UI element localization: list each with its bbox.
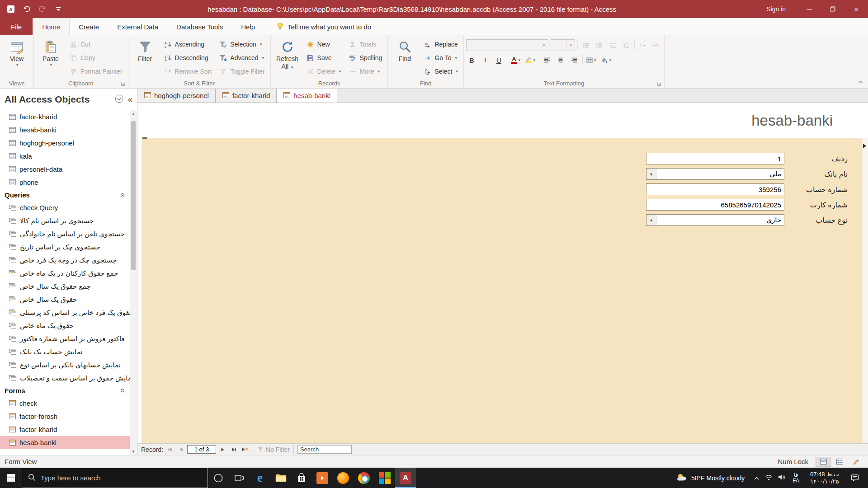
nav-table-item[interactable]: hesab-banki: [0, 123, 130, 136]
refresh-all-button[interactable]: Refresh All ▾: [273, 37, 302, 78]
nav-table-item[interactable]: personeli-data: [0, 163, 130, 176]
text-formatting-dialog-launcher-icon[interactable]: [656, 81, 662, 86]
collapse-ribbon-icon[interactable]: [858, 78, 863, 85]
tab-database-tools[interactable]: Database Tools: [167, 18, 232, 35]
tab-help[interactable]: Help: [232, 18, 264, 35]
combo-dropdown-icon[interactable]: ▾: [646, 215, 656, 225]
align-left-button[interactable]: [542, 54, 553, 66]
record-position-box[interactable]: [187, 445, 216, 454]
nav-query-item[interactable]: جستجوی بر اساس نام کالا: [0, 214, 130, 227]
weather-widget[interactable]: 50°F Mostly cloudy: [671, 473, 750, 483]
field-input[interactable]: ▾ ملی: [646, 168, 784, 180]
nav-query-item[interactable]: جمع حقوق کارکنان در یک ماه خاص: [0, 267, 130, 280]
font-name-combo[interactable]: ▾: [466, 39, 548, 51]
replace-button[interactable]: ab Replace: [420, 38, 461, 51]
nav-table-item[interactable]: kala: [0, 150, 130, 163]
selection-button[interactable]: Selection ▾: [216, 38, 268, 51]
remove-sort-button[interactable]: AZ Remove Sort: [160, 65, 215, 78]
advanced-button[interactable]: Advanced ▾: [216, 51, 268, 65]
volume-icon[interactable]: [778, 474, 785, 482]
next-record-button[interactable]: [217, 445, 227, 454]
hidden-icons-chevron-icon[interactable]: [754, 474, 760, 482]
shutter-bar-close-icon[interactable]: «: [128, 95, 132, 104]
field-input[interactable]: ▾ 6585265970142025: [646, 199, 784, 211]
nav-section-queries[interactable]: Queries: [0, 189, 130, 201]
ascending-button[interactable]: AZ Ascending: [160, 38, 215, 51]
chrome-icon[interactable]: [354, 468, 374, 488]
nav-query-item[interactable]: نمایش حقوق بر اساس سمت و تحصیلات: [0, 371, 130, 385]
nav-query-item[interactable]: check Query: [0, 201, 130, 214]
increase-indent-button[interactable]: [621, 39, 632, 51]
restore-button[interactable]: [821, 0, 844, 18]
alternate-row-color-button[interactable]: ▾: [599, 54, 613, 66]
close-button[interactable]: ×: [844, 0, 868, 18]
clock[interactable]: 07:48 ب.ظ ۱۴۰۰/۱۰/۲۵: [807, 471, 843, 485]
collapse-section-icon[interactable]: [120, 387, 125, 394]
language-indicator[interactable]: فا FA: [791, 472, 801, 484]
nav-form-item[interactable]: hesab-banki: [0, 436, 130, 449]
file-explorer-icon[interactable]: [270, 468, 291, 488]
last-record-button[interactable]: [229, 445, 239, 454]
tab-file[interactable]: File: [0, 18, 33, 35]
tab-home[interactable]: Home: [33, 18, 70, 35]
bold-button[interactable]: B: [466, 54, 477, 66]
underline-button[interactable]: U: [493, 54, 505, 66]
taskbar-search-box[interactable]: Type here to search: [22, 468, 208, 488]
nav-form-item[interactable]: factor-kharid: [0, 423, 130, 436]
nav-query-item[interactable]: حقوق یک ماه خاص: [0, 319, 130, 332]
nav-form-item[interactable]: check: [0, 397, 130, 410]
left-to-right-button[interactable]: ¶: [637, 39, 648, 51]
document-tab[interactable]: factor-kharid: [216, 89, 277, 103]
document-tab[interactable]: hesab-banki: [277, 89, 337, 103]
nav-query-item[interactable]: جستجوی تلفن بر اساس نام خانوادگی: [0, 227, 130, 240]
copy-button[interactable]: Copy: [66, 51, 126, 65]
media-player-icon[interactable]: [312, 468, 333, 488]
nav-query-item[interactable]: جمع حقوق یک سال خاص: [0, 280, 130, 293]
tab-create[interactable]: Create: [70, 18, 108, 35]
scrollbar-thumb[interactable]: [131, 121, 136, 270]
new-blank-record-button[interactable]: [240, 445, 250, 454]
paste-button[interactable]: Paste ▾: [36, 37, 65, 78]
delete-record-button[interactable]: Delete ▾: [303, 65, 344, 78]
undo-icon[interactable]: [22, 5, 31, 14]
right-to-left-button[interactable]: ¶: [651, 39, 662, 51]
record-search-input[interactable]: [297, 445, 352, 454]
descending-button[interactable]: ZA Descending: [160, 51, 215, 65]
nav-query-item[interactable]: نمایش حساب یک بانک: [0, 345, 130, 358]
form-view-button[interactable]: [816, 457, 831, 467]
task-view-button[interactable]: [229, 468, 250, 488]
view-button[interactable]: View ▾: [2, 37, 31, 78]
minimize-button[interactable]: ─: [797, 0, 821, 18]
edge-icon[interactable]: e: [250, 468, 270, 488]
totals-button[interactable]: Σ Totals: [345, 38, 386, 51]
nav-query-item[interactable]: حقوق یک سال خاص: [0, 293, 130, 306]
network-icon[interactable]: [765, 474, 773, 482]
nav-pane-scrollbar[interactable]: ▲ ▼: [130, 110, 137, 455]
document-tab[interactable]: hoghogh-personel: [137, 89, 216, 103]
go-to-button[interactable]: Go To ▾: [420, 51, 461, 65]
datasheet-view-button[interactable]: [832, 457, 847, 467]
access-taskbar-icon[interactable]: A: [395, 468, 416, 488]
toggle-filter-button[interactable]: Toggle Filter: [216, 65, 268, 78]
clipboard-dialog-launcher-icon[interactable]: [120, 81, 126, 86]
align-right-button[interactable]: [569, 54, 580, 66]
italic-button[interactable]: I: [480, 54, 491, 66]
highlight-color-button[interactable]: ▾: [524, 54, 537, 66]
format-painter-button[interactable]: Format Painter: [66, 65, 126, 78]
cortana-button[interactable]: [208, 468, 229, 488]
numbering-button[interactable]: 12: [594, 39, 605, 51]
nav-section-forms[interactable]: Forms: [0, 385, 130, 397]
new-record-button[interactable]: New: [303, 38, 344, 51]
field-input[interactable]: ▾ 1: [646, 153, 784, 164]
nav-query-item[interactable]: جستجوی چک در وجه یک فرد خاص: [0, 253, 130, 267]
nav-query-item[interactable]: فاکتور فروش بر اساس شماره فاکتور: [0, 332, 130, 345]
field-input[interactable]: ▾ 359256: [646, 183, 784, 195]
start-button[interactable]: [0, 468, 22, 488]
nav-form-item[interactable]: factor-forosh: [0, 410, 130, 423]
decrease-indent-button[interactable]: [607, 39, 618, 51]
font-color-button[interactable]: A ▾: [509, 54, 522, 66]
no-filter-indicator[interactable]: No Filter: [258, 446, 290, 453]
nav-table-item[interactable]: factor-kharid: [0, 110, 130, 123]
combo-dropdown-icon[interactable]: ▾: [646, 169, 656, 179]
more-button[interactable]: More ▾: [345, 65, 386, 78]
